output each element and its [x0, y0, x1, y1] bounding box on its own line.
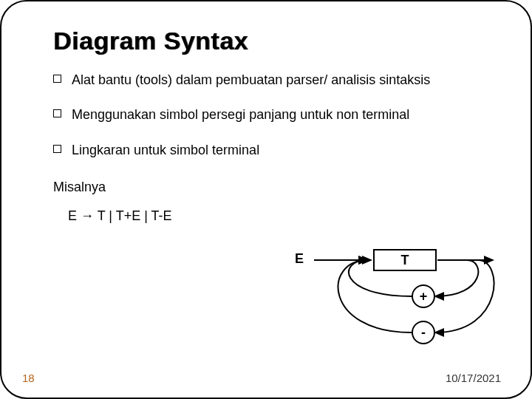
terminal-plus-label: +: [420, 289, 428, 304]
nonterminal-label: T: [401, 253, 409, 268]
bullet-box-icon: [53, 75, 61, 83]
bullet-text: Lingkaran untuk simbol terminal: [72, 142, 259, 159]
example-label: Misalnya: [53, 180, 494, 195]
terminal-plus: +: [412, 284, 435, 308]
list-item: Lingkaran untuk simbol terminal: [53, 142, 494, 159]
bullet-box-icon: [53, 145, 61, 153]
bullet-text: Menggunakan simbol persegi panjang untuk…: [72, 106, 409, 123]
list-item: Alat bantu (tools) dalam pembuatan parse…: [53, 72, 494, 89]
list-item: Menggunakan simbol persegi panjang untuk…: [53, 106, 494, 123]
bullet-list: Alat bantu (tools) dalam pembuatan parse…: [53, 72, 494, 159]
diagram-start-label: E: [295, 251, 304, 267]
bullet-box-icon: [53, 109, 61, 117]
slide-title: Diagram Syntax: [53, 27, 494, 55]
terminal-minus: -: [412, 321, 435, 344]
grammar-rule: E → T | T+E | T-E: [68, 208, 494, 224]
slide-date: 10/17/2021: [446, 372, 501, 384]
page-number: 18: [22, 372, 35, 384]
terminal-minus-label: -: [421, 325, 426, 341]
slide-frame: Diagram Syntax Alat bantu (tools) dalam …: [0, 0, 532, 399]
bullet-text: Alat bantu (tools) dalam pembuatan parse…: [72, 72, 430, 89]
syntax-diagram: E T + -: [293, 249, 500, 360]
nonterminal-box: T: [373, 249, 437, 271]
